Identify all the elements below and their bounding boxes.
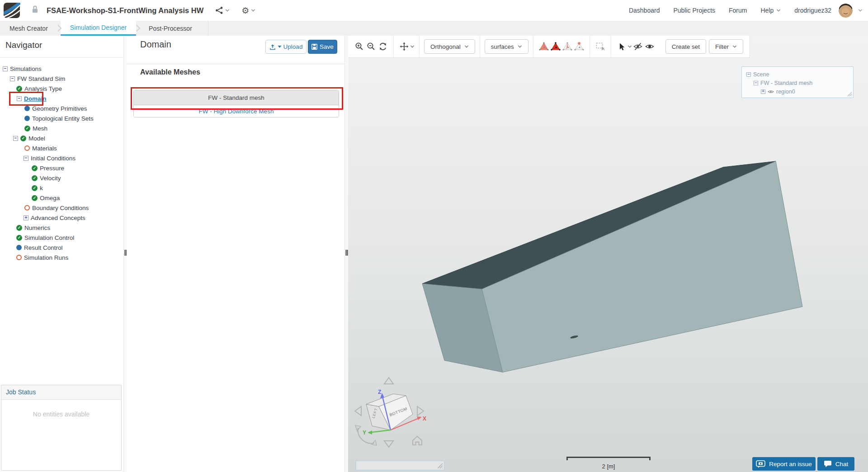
resize-handle-icon[interactable] [437, 463, 443, 469]
axis-y-label: Y [363, 430, 366, 436]
dot-icon [16, 245, 22, 250]
tree-item-numerics[interactable]: Numerics [0, 223, 123, 233]
chevron-down-icon[interactable] [410, 45, 415, 48]
job-status-title: Job Status [1, 385, 121, 400]
tab-mesh-creator[interactable]: Mesh Creator [0, 21, 57, 36]
tree-item-domain[interactable]: Domain [0, 93, 123, 103]
tree-item-fw-standard-sim[interactable]: FW Standard Sim [0, 74, 123, 84]
tree-item-simulation-control[interactable]: Simulation Control [0, 233, 123, 243]
rotate-down-arrow[interactable] [384, 441, 393, 447]
scene-tree-mesh[interactable]: −FW - Standard mesh [746, 79, 849, 87]
available-meshes-title: Available Meshes [140, 68, 200, 76]
scene-tree-region[interactable]: + region0 [746, 87, 849, 96]
tree-item-topological-entity-sets[interactable]: Topological Entity Sets [0, 113, 123, 123]
report-issue-button[interactable]: Report an issue [752, 457, 816, 471]
toolbar-divider [611, 36, 611, 57]
select-volume-icon[interactable] [538, 41, 550, 52]
zoom-in-icon[interactable] [354, 41, 365, 52]
scene-tree-root[interactable]: −Scene [746, 70, 849, 79]
collapse-toggle-icon[interactable] [24, 156, 28, 161]
viewport-mini-panel[interactable] [356, 461, 444, 470]
tree-item-omega[interactable]: Omega [0, 193, 123, 203]
mesh-item-fw-high-downforce[interactable]: FW - High Downforce Mesh [134, 105, 339, 117]
collapse-toggle-icon[interactable] [13, 136, 18, 141]
resize-handle-icon[interactable] [847, 91, 852, 97]
expand-toggle-icon[interactable] [24, 215, 28, 220]
settings-menu[interactable]: ⚙ [241, 6, 255, 15]
viewport-toolbar: Orthogonal surfaces [348, 36, 750, 58]
tree-item-pressure[interactable]: Pressure [0, 163, 123, 173]
chat-button[interactable]: Chat [817, 457, 854, 471]
axis-x-label: X [423, 416, 426, 422]
tree-item-geometry-primitives[interactable]: Geometry Primitives [0, 103, 123, 113]
collapse-toggle-icon[interactable] [3, 66, 8, 71]
expand-toggle-icon[interactable]: + [761, 89, 765, 94]
render-mode-dropdown[interactable]: surfaces [485, 39, 528, 54]
chevron-down-icon[interactable] [627, 45, 632, 48]
collapse-toggle-icon[interactable] [10, 76, 15, 81]
check-icon [32, 165, 38, 171]
check-icon [24, 126, 30, 131]
collapse-toggle-icon[interactable]: − [746, 72, 751, 77]
upload-button[interactable]: Upload [265, 40, 307, 54]
tree-item-advanced-concepts[interactable]: Advanced Concepts [0, 213, 123, 223]
show-icon[interactable] [644, 41, 656, 52]
dot-icon [24, 106, 30, 111]
tree-item-mesh[interactable]: Mesh [0, 123, 123, 133]
home-view-icon[interactable] [413, 436, 422, 445]
cursor-icon[interactable] [616, 41, 627, 52]
visibility-eye-icon[interactable] [768, 89, 774, 94]
select-node-icon[interactable] [573, 41, 585, 52]
tree-item-initial-conditions[interactable]: Initial Conditions [0, 153, 123, 163]
nav-forum[interactable]: Forum [729, 7, 747, 14]
tree-item-model[interactable]: Model [0, 133, 123, 143]
gear-icon: ⚙ [241, 6, 249, 15]
mesh-item-fw-standard[interactable]: FW - Standard mesh [134, 90, 339, 105]
rotate-up-arrow[interactable] [384, 378, 393, 384]
tree-item-simulations[interactable]: Simulations [0, 64, 123, 74]
camera-bubble-icon [756, 460, 765, 468]
rotate-left-arrow[interactable] [355, 407, 361, 416]
box-select-icon[interactable] [594, 41, 606, 52]
tree-item-boundary-conditions[interactable]: Boundary Conditions [0, 203, 123, 213]
chevron-down-icon [225, 9, 230, 12]
collapse-toggle-icon[interactable] [17, 96, 22, 101]
tree-item-materials[interactable]: Materials [0, 143, 123, 153]
tree-item-result-control[interactable]: Result Control [0, 243, 123, 252]
check-icon [32, 185, 38, 191]
orientation-cube-widget[interactable]: LEFT BOTTOM Z X Y [353, 368, 429, 451]
tree-item-k[interactable]: k [0, 183, 123, 193]
navigator-title: Navigator [5, 40, 42, 50]
navigator-panel: Navigator Simulations FW Standard Sim An… [0, 36, 123, 472]
rotate-right-arrow[interactable] [417, 407, 424, 416]
check-icon [32, 175, 38, 181]
simscale-logo-icon[interactable] [4, 3, 20, 19]
pan-icon[interactable] [398, 41, 410, 52]
select-cell-icon[interactable] [550, 41, 561, 52]
avatar[interactable] [839, 4, 853, 18]
chevron-down-icon [776, 9, 781, 12]
tab-simulation-designer[interactable]: Simulation Designer [61, 21, 136, 36]
save-button[interactable]: Save [308, 40, 337, 54]
tab-post-processor[interactable]: Post-Processor [139, 21, 202, 36]
tree-item-velocity[interactable]: Velocity [0, 173, 123, 183]
3d-viewport[interactable]: Orthogonal surfaces [348, 36, 868, 472]
share-menu[interactable] [215, 6, 230, 14]
create-set-button[interactable]: Create set [665, 39, 706, 54]
nav-public-projects[interactable]: Public Projects [673, 7, 715, 14]
nav-dashboard[interactable]: Dashboard [629, 7, 660, 14]
scale-bar-label: 2 [m] [566, 463, 651, 470]
nav-help[interactable]: Help [760, 7, 781, 14]
workbench-tabbar: Mesh Creator Simulation Designer Post-Pr… [0, 21, 868, 36]
projection-dropdown[interactable]: Orthogonal [424, 39, 475, 54]
tree-item-analysis-type[interactable]: Analysis Type [0, 84, 123, 93]
tree-item-simulation-runs[interactable]: Simulation Runs [0, 252, 123, 262]
toolbar-divider [419, 36, 420, 57]
refresh-icon[interactable] [377, 41, 389, 52]
hide-icon[interactable] [632, 41, 644, 52]
collapse-toggle-icon[interactable]: − [754, 81, 758, 85]
zoom-out-icon[interactable] [365, 41, 377, 52]
filter-dropdown[interactable]: Filter [709, 39, 743, 54]
select-face-icon[interactable] [561, 41, 573, 52]
username[interactable]: drodriguez32 [794, 7, 831, 14]
